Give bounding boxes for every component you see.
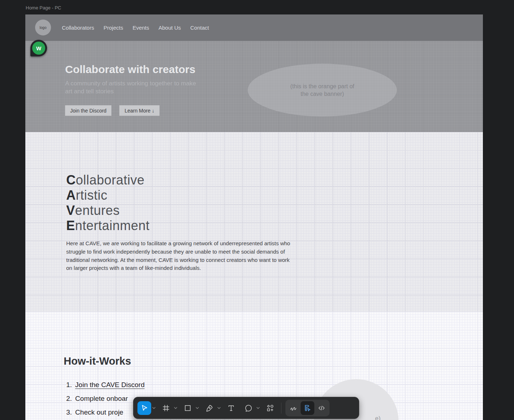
site-header: logo Collaborators Projects Events About…: [25, 14, 483, 41]
acronym-collaborative: Collaborative: [66, 173, 150, 188]
step-join-discord[interactable]: 1.Join the CAVE Discord: [66, 381, 145, 389]
measure-ruler-icon: [303, 404, 312, 412]
code-tool-button[interactable]: [315, 401, 328, 415]
site-nav: Collaborators Projects Events About Us C…: [62, 14, 209, 41]
shape-tool-chevron[interactable]: [195, 401, 200, 415]
rectangle-icon: [183, 404, 192, 412]
acronym-rest: ntertainment: [75, 218, 150, 233]
move-tool-button[interactable]: [137, 401, 151, 415]
join-discord-button[interactable]: Join the Discord: [65, 105, 111, 116]
banner-placeholder-note: (this is the orange part of the cave ban…: [290, 82, 354, 98]
actions-button[interactable]: [263, 401, 277, 415]
how-it-works-heading: How-it-Works: [64, 355, 131, 367]
text-tool-button[interactable]: [224, 401, 238, 415]
nav-item-collaborators[interactable]: Collaborators: [62, 25, 94, 31]
move-tool-chevron[interactable]: [151, 401, 156, 415]
measure-tool-button[interactable]: [301, 401, 314, 415]
comment-bubble-icon: [244, 404, 253, 412]
acronym-rest: rtistic: [76, 188, 108, 203]
pen-icon: [205, 404, 214, 412]
dev-tools-group: [285, 400, 330, 416]
design-frame-home-page-pc[interactable]: logo Collaborators Projects Events About…: [25, 14, 483, 420]
collaborator-avatar: W: [32, 42, 45, 55]
toolbar-separator: [281, 403, 281, 413]
nav-item-projects[interactable]: Projects: [103, 25, 123, 31]
acronym-artistic: Artistic: [66, 188, 150, 203]
acronym-initial: V: [66, 203, 75, 218]
move-cursor-icon: [140, 404, 149, 412]
hero-title: Collaborate with creators: [65, 63, 195, 76]
about-section: Collaborative Artistic Ventures Entertai…: [25, 132, 483, 312]
hero-subtitle: A community of artists working together …: [65, 80, 196, 96]
step-number: 1.: [66, 381, 72, 389]
frame-label[interactable]: Home Page - PC: [26, 5, 61, 10]
banner-note-line2: the cave banner): [301, 91, 344, 97]
step-number: 3.: [66, 408, 72, 416]
step-check-out-projects: 3.Check out proje: [66, 408, 123, 416]
about-paragraph: Here at CAVE, we are working to facilita…: [66, 239, 293, 272]
hero-subtitle-line2: art and tell stories: [65, 88, 114, 95]
acronym-ventures: Ventures: [66, 203, 150, 218]
frame-icon: [162, 404, 170, 412]
acronym-initial: E: [66, 218, 75, 233]
hero-buttons: Join the Discord Learn More ↓: [65, 105, 160, 116]
pen-tool-chevron[interactable]: [216, 401, 221, 415]
pen-tool-button[interactable]: [203, 401, 216, 415]
acronym-entertainment: Entertainment: [66, 218, 150, 233]
banner-note-line1: (this is the orange part of: [290, 83, 354, 89]
code-icon: [317, 404, 326, 412]
hero-banner: Collaborate with creators A community of…: [25, 41, 483, 132]
step-label: Check out proje: [75, 408, 123, 416]
hero-subtitle-line1: A community of artists working together …: [65, 80, 196, 87]
circle-note-fragment: e): [375, 415, 381, 420]
acronym-rest: ollaborative: [76, 173, 145, 187]
bottom-toolbar: [133, 397, 359, 419]
step-complete-onboarding: 2.Complete onboar: [66, 395, 128, 403]
acronym-initial: C: [66, 173, 76, 187]
collaborator-avatar-pin[interactable]: W: [30, 40, 47, 56]
learn-more-button[interactable]: Learn More ↓: [119, 105, 159, 116]
comment-tool-button[interactable]: [242, 401, 255, 415]
scribble-icon: [289, 404, 298, 412]
figma-canvas: { "canvas": { "frame_label": "Home Page …: [0, 0, 514, 420]
nav-item-about-us[interactable]: About Us: [158, 25, 181, 31]
actions-icon: [266, 404, 275, 412]
nav-item-contact[interactable]: Contact: [190, 25, 209, 31]
nav-item-events[interactable]: Events: [132, 25, 149, 31]
annotate-tool-button[interactable]: [287, 401, 300, 415]
banner-placeholder-ellipse: (this is the orange part of the cave ban…: [248, 64, 397, 116]
shape-tool-button[interactable]: [181, 401, 195, 415]
step-number: 2.: [66, 395, 72, 402]
site-logo[interactable]: logo: [35, 20, 51, 35]
step-link[interactable]: Join the CAVE Discord: [75, 381, 145, 389]
acronym-rest: entures: [75, 203, 120, 218]
comment-tool-chevron[interactable]: [255, 401, 260, 415]
text-icon: [227, 404, 235, 412]
acronym-initial: A: [66, 188, 76, 203]
frame-tool-chevron[interactable]: [173, 401, 178, 415]
step-label: Complete onboar: [75, 395, 128, 402]
cave-acronym: Collaborative Artistic Ventures Entertai…: [66, 173, 150, 233]
frame-tool-button[interactable]: [159, 401, 173, 415]
